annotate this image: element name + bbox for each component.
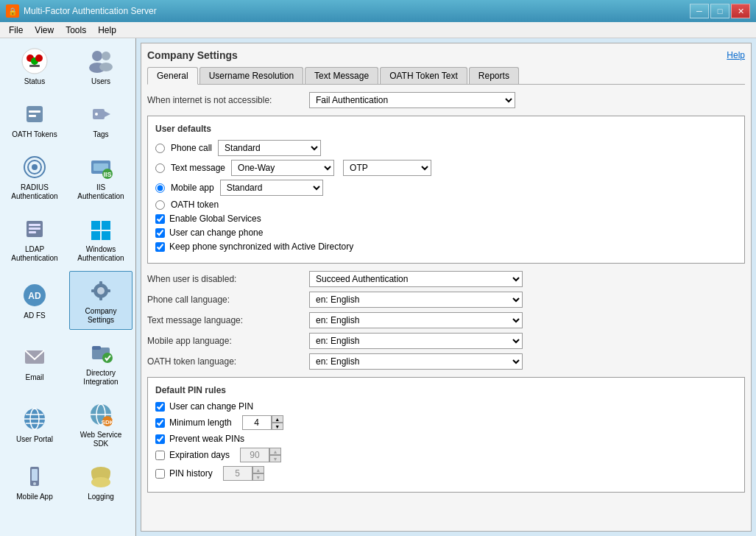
sidebar-item-radius[interactable]: RADIUS Authentication	[3, 147, 66, 206]
minimize-button[interactable]: ─	[690, 4, 709, 18]
close-button[interactable]: ✕	[731, 4, 750, 18]
oath-token-radio[interactable]	[155, 200, 165, 210]
tab-general[interactable]: General	[147, 67, 198, 85]
pin-rules-title: Default PIN rules	[155, 385, 737, 395]
user-can-change-phone-checkbox[interactable]	[155, 228, 165, 238]
mobile-app-select[interactable]: Standard Custom	[220, 180, 323, 196]
mobile-lang-select[interactable]: en: English fr: French de: German es: Sp…	[309, 333, 523, 349]
tab-text-message[interactable]: Text Message	[305, 67, 378, 84]
prevent-weak-label: Prevent weak PINs	[169, 434, 244, 444]
min-length-up[interactable]: ▲	[272, 415, 283, 423]
svg-point-56	[91, 477, 110, 487]
internet-row: When internet is not accessible: Fail Au…	[147, 92, 745, 108]
sidebar-item-portal[interactable]: User Portal	[3, 395, 66, 454]
oath-token-row: OATH token	[155, 200, 737, 210]
email-icon	[20, 342, 49, 372]
expiration-days-checkbox[interactable]	[155, 451, 165, 460]
menu-file[interactable]: File	[3, 24, 29, 37]
sidebar-item-email[interactable]: Email	[3, 333, 66, 392]
windows-icon	[86, 214, 116, 244]
text-msg-lang-select[interactable]: en: English fr: French de: German es: Sp…	[309, 312, 523, 328]
text-message-label: Text message	[171, 163, 225, 173]
svg-point-8	[99, 63, 113, 71]
text-message-mode-select[interactable]: One-Way Two-Way	[231, 160, 334, 176]
mobile-app-radio[interactable]	[155, 183, 165, 193]
svg-rect-12	[93, 109, 105, 119]
text-message-type-select[interactable]: OTP PIN	[343, 160, 431, 176]
enable-global-checkbox[interactable]	[155, 214, 165, 224]
pin-history-label: PIN history	[169, 468, 213, 479]
sidebar-item-directory[interactable]: Directory Integration	[69, 333, 133, 392]
keep-phone-synced-checkbox[interactable]	[155, 242, 165, 252]
menu-help[interactable]: Help	[92, 24, 122, 37]
sidebar-label-portal: User Portal	[16, 435, 53, 444]
sidebar-label-logging: Logging	[88, 493, 114, 501]
sidebar-item-iis[interactable]: IIS IIS Authentication	[69, 147, 133, 206]
sidebar-item-ldap[interactable]: LDAP Authentication	[3, 209, 66, 268]
user-disabled-label: When user is disabled:	[147, 274, 309, 284]
sidebar-item-users[interactable]: Users	[69, 41, 133, 91]
sidebar-item-webservice[interactable]: SDK Web Service SDK	[69, 395, 133, 454]
webservice-icon: SDK	[86, 400, 116, 429]
page-title: Company Settings	[147, 49, 238, 61]
sidebar-label-ldap: LDAP Authentication	[7, 245, 63, 263]
internet-select[interactable]: Fail Authentication Succeed Authenticati…	[309, 92, 515, 108]
mobile-icon	[20, 462, 49, 491]
svg-text:SDK: SDK	[102, 419, 114, 426]
sidebar-label-status: Status	[24, 77, 45, 86]
svg-point-3	[35, 54, 43, 62]
phone-call-select[interactable]: Standard Custom	[218, 140, 321, 156]
sidebar-item-oath-tokens[interactable]: OATH Tokens	[3, 94, 66, 144]
window-controls: ─ □ ✕	[690, 4, 750, 18]
mobile-app-row: Mobile app Standard Custom	[155, 180, 737, 196]
phone-call-radio[interactable]	[155, 144, 165, 153]
svg-rect-24	[29, 228, 40, 230]
min-length-spinbox: ▲ ▼	[242, 415, 283, 430]
status-icon	[20, 46, 49, 76]
pin-rules-section: Default PIN rules User can change PIN Mi…	[147, 377, 745, 493]
oath-lang-select[interactable]: en: English fr: French de: German es: Sp…	[309, 353, 523, 370]
svg-rect-29	[102, 231, 110, 240]
sidebar-item-logging[interactable]: Logging	[69, 456, 133, 507]
sidebar-label-directory: Directory Integration	[73, 369, 129, 387]
min-length-input[interactable]	[242, 415, 272, 430]
menu-tools[interactable]: Tools	[60, 24, 92, 37]
oath-token-label: OATH token	[171, 200, 219, 210]
menu-view[interactable]: View	[29, 24, 60, 37]
prevent-weak-checkbox[interactable]	[155, 434, 165, 444]
tab-username-resolution[interactable]: Username Resolution	[199, 67, 303, 84]
min-length-down[interactable]: ▼	[272, 423, 283, 430]
content-panel: Company Settings Help General Username R…	[141, 43, 752, 532]
help-link[interactable]: Help	[727, 50, 745, 60]
content-area: Company Settings Help General Username R…	[136, 38, 756, 536]
phone-call-row: Phone call Standard Custom	[155, 140, 737, 156]
phone-lang-label: Phone call language:	[147, 295, 309, 305]
user-can-change-phone-label: User can change phone	[169, 228, 263, 238]
text-message-radio[interactable]	[155, 163, 165, 173]
tab-reports[interactable]: Reports	[469, 67, 519, 84]
sidebar-label-users: Users	[91, 77, 110, 86]
user-defaults-title: User defaults	[155, 124, 737, 134]
panel-header: Company Settings Help	[147, 49, 745, 61]
svg-rect-11	[29, 115, 36, 117]
min-length-checkbox[interactable]	[155, 418, 165, 428]
svg-point-33	[97, 287, 105, 295]
tab-oath-token-text[interactable]: OATH Token Text	[380, 67, 467, 84]
sidebar-item-company-settings[interactable]: Company Settings	[69, 271, 133, 330]
sidebar-item-mobile[interactable]: Mobile App	[3, 456, 66, 507]
sidebar: Status Users	[0, 38, 136, 536]
user-change-pin-checkbox[interactable]	[155, 402, 165, 412]
sidebar-item-windows[interactable]: Windows Authentication	[69, 209, 133, 268]
user-disabled-select[interactable]: Succeed Authentication Fail Authenticati…	[309, 271, 523, 287]
sidebar-item-status[interactable]: Status	[3, 41, 66, 91]
sidebar-item-tags[interactable]: Tags	[69, 94, 133, 144]
maximize-button[interactable]: □	[710, 4, 729, 18]
user-disabled-row: When user is disabled: Succeed Authentic…	[147, 271, 745, 287]
enable-global-row: Enable Global Services	[155, 214, 737, 224]
phone-lang-select[interactable]: en: English fr: French de: German es: Sp…	[309, 292, 523, 308]
user-defaults-section: User defaults Phone call Standard Custom	[147, 116, 745, 264]
sidebar-label-company: Company Settings	[73, 307, 129, 325]
sidebar-item-adfs[interactable]: AD AD FS	[3, 271, 66, 330]
pin-history-checkbox[interactable]	[155, 469, 165, 479]
svg-point-17	[32, 164, 38, 170]
